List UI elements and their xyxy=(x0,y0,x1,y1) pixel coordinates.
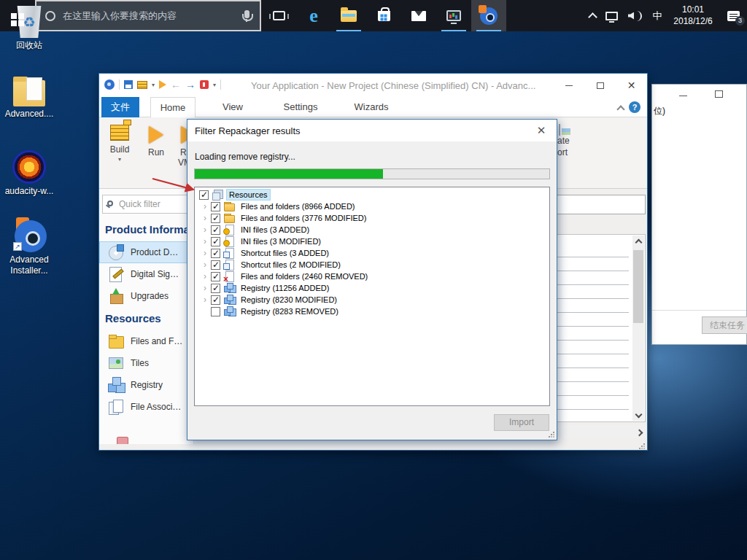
windows-logo-icon xyxy=(11,13,17,19)
tiles-icon xyxy=(108,355,124,371)
scroll-right-icon[interactable] xyxy=(637,429,643,435)
expander-icon[interactable]: › xyxy=(199,213,211,223)
quick-filter-input[interactable] xyxy=(119,197,189,211)
taskbar-search[interactable]: 在这里输入你要搜索的内容 xyxy=(35,0,261,31)
sidebar-item-label: Registry xyxy=(131,380,163,390)
sidebar-item-digital-signature[interactable]: Digital Signa... xyxy=(99,263,193,285)
run-button[interactable]: Run xyxy=(140,122,172,186)
checkbox[interactable] xyxy=(211,225,220,235)
task-manager-button[interactable] xyxy=(436,0,471,31)
checkbox[interactable] xyxy=(211,272,220,281)
tab-home[interactable]: Home xyxy=(150,97,196,118)
forward-icon[interactable]: → xyxy=(185,79,196,90)
network-icon[interactable] xyxy=(605,12,618,20)
maximize-button[interactable] xyxy=(584,74,616,97)
close-button[interactable]: ✕ xyxy=(526,120,557,141)
show-hidden-icons-button[interactable] xyxy=(585,0,601,31)
tree-row[interactable]: ›Shortcut files (3 ADDED) xyxy=(195,247,549,259)
chevron-down-icon[interactable]: ▾ xyxy=(152,82,155,88)
checkbox[interactable] xyxy=(211,260,220,270)
qat-customize-icon[interactable]: ▾ xyxy=(213,82,216,88)
tree-row[interactable]: Resources xyxy=(195,189,549,201)
desktop-icon-recycle-bin[interactable]: ♻回收站 xyxy=(1,6,57,51)
checkbox[interactable] xyxy=(211,295,220,305)
build-button[interactable]: Build ▾ xyxy=(104,122,136,186)
desktop-icon-audacity[interactable]: audacity-w... xyxy=(1,150,57,197)
end-task-button[interactable]: 结束任务 xyxy=(702,316,747,334)
desktop-icon-advanced-installer[interactable]: ↗Advanced Installer... xyxy=(1,217,57,276)
tree-row[interactable]: ›Shortcut files (2 MODIFIED) xyxy=(195,259,549,271)
digital-signature-icon xyxy=(108,266,124,282)
tab-settings[interactable]: Settings xyxy=(276,97,325,117)
expander-icon[interactable]: › xyxy=(199,225,211,235)
desktop-icon-advanced-folder[interactable]: Advanced.... xyxy=(1,74,57,120)
tree-row[interactable]: ›Registry (8230 MODIFIED) xyxy=(195,294,549,306)
resize-grip[interactable] xyxy=(548,431,554,438)
file-explorer-button[interactable] xyxy=(331,0,366,31)
tab-file[interactable]: 文件 xyxy=(101,97,139,117)
tab-wizards[interactable]: Wizards xyxy=(348,97,395,117)
tab-view[interactable]: View xyxy=(212,97,253,117)
expander-icon[interactable]: › xyxy=(199,236,211,246)
checkbox[interactable] xyxy=(211,307,220,316)
clipped-ribbon-button[interactable]: ate ort xyxy=(553,125,597,158)
tree-row[interactable]: ›Files and folders (8966 ADDED) xyxy=(195,201,549,212)
tree-row[interactable]: ›Files and folders (3776 MODIFIED) xyxy=(195,212,549,224)
minimize-button[interactable] xyxy=(553,74,584,97)
help-icon[interactable]: ? xyxy=(629,101,640,113)
expander-icon[interactable]: › xyxy=(199,271,211,281)
tree-row[interactable]: ›Registry (8283 REMOVED) xyxy=(195,306,549,317)
import-button[interactable]: Import xyxy=(494,414,549,431)
expander-icon[interactable]: › xyxy=(199,201,211,211)
sidebar-item-upgrades[interactable]: Upgrades xyxy=(99,285,193,307)
scroll-down-icon[interactable] xyxy=(635,412,641,418)
sidebar-item-tiles[interactable]: Tiles xyxy=(99,352,193,374)
volume-icon[interactable] xyxy=(628,12,634,20)
checkbox[interactable] xyxy=(211,214,220,223)
product-details-icon xyxy=(108,244,124,260)
sidebar-item-file-associations[interactable]: File Associa... xyxy=(99,396,193,418)
checkbox[interactable] xyxy=(211,284,220,293)
sidebar-item-product-details[interactable]: Product Det... xyxy=(99,241,193,263)
minimize-icon[interactable] xyxy=(679,96,687,96)
store-button[interactable] xyxy=(366,0,401,31)
run-icon[interactable] xyxy=(159,80,166,89)
checkbox[interactable] xyxy=(211,249,220,258)
task-view-button[interactable] xyxy=(261,0,296,31)
vertical-scrollbar[interactable] xyxy=(632,236,644,421)
back-icon[interactable]: ← xyxy=(171,79,181,90)
maximize-icon[interactable] xyxy=(715,90,723,98)
mail-button[interactable] xyxy=(401,0,436,31)
sidebar-item-files-folders[interactable]: Files and Fo... xyxy=(99,330,193,352)
save-icon[interactable] xyxy=(124,80,133,89)
expander-icon[interactable]: › xyxy=(199,295,211,305)
edge-button[interactable]: e xyxy=(296,0,331,31)
ribbon-collapse-icon[interactable] xyxy=(617,104,624,111)
tree-row[interactable]: ›Files and folders (2460 REMOVED) xyxy=(195,271,549,282)
close-button[interactable]: ✕ xyxy=(616,74,647,97)
tree-row[interactable]: ›Registry (11256 ADDED) xyxy=(195,282,549,294)
build-icon[interactable] xyxy=(137,81,147,89)
sidebar-section-header: Product Information xyxy=(99,218,193,241)
sidebar: Product InformationProduct Det...Digital… xyxy=(99,189,194,444)
expander-icon[interactable]: › xyxy=(199,283,211,293)
ime-indicator[interactable]: 中 xyxy=(648,9,667,23)
notification-icon[interactable] xyxy=(200,80,209,89)
results-tree[interactable]: Resources›Files and folders (8966 ADDED)… xyxy=(194,187,550,406)
checkbox[interactable] xyxy=(211,237,220,246)
tree-row[interactable]: ›INI files (3 MODIFIED) xyxy=(195,236,549,247)
scroll-up-icon[interactable] xyxy=(635,238,641,244)
expander-icon[interactable]: › xyxy=(199,248,211,258)
expander-icon[interactable]: › xyxy=(199,260,211,270)
tree-row[interactable]: ›INI files (3 ADDED) xyxy=(195,224,549,236)
checkbox[interactable] xyxy=(211,202,220,211)
resize-grip[interactable] xyxy=(638,443,645,449)
advanced-installer-taskbar-button[interactable] xyxy=(471,0,506,31)
scrollbar-thumb[interactable] xyxy=(633,250,643,323)
checkbox[interactable] xyxy=(199,190,209,200)
quick-filter[interactable] xyxy=(102,195,191,214)
microphone-icon[interactable] xyxy=(244,10,249,18)
action-center-button[interactable]: 3 xyxy=(719,0,747,31)
clock[interactable]: 10:01 2018/12/6 xyxy=(667,4,719,27)
sidebar-item-registry[interactable]: Registry xyxy=(99,374,193,396)
